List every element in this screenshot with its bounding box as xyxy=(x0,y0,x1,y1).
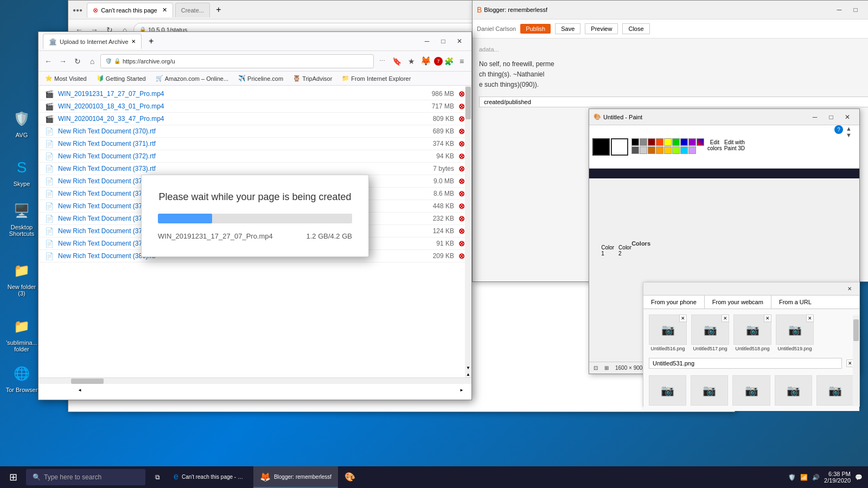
color-swatch-blue[interactable] xyxy=(680,138,688,146)
color-2-btn[interactable] xyxy=(611,138,628,156)
file-name[interactable]: New Rich Text Document (371).rtf xyxy=(58,140,417,147)
ff-bookmark-btn[interactable]: 🔖 xyxy=(390,55,403,68)
blogger-maximize[interactable]: □ xyxy=(848,3,863,17)
blogger-minimize[interactable]: ─ xyxy=(832,3,847,17)
thumb-close-517[interactable]: ✕ xyxy=(722,314,729,322)
ff-h-scroll-thumb[interactable] xyxy=(71,378,104,384)
bm-ie[interactable]: 📁 From Internet Explorer xyxy=(340,74,413,83)
delete-file-btn[interactable]: ⊗ xyxy=(458,164,465,173)
color-swatch-cyan[interactable] xyxy=(680,146,688,154)
blogger-close[interactable]: ✕ xyxy=(864,3,868,17)
ff-h-scroll-left[interactable]: ◄ xyxy=(76,387,83,393)
start-button[interactable]: ⊞ xyxy=(0,466,26,488)
tray-network-icon[interactable]: 📶 xyxy=(800,474,808,481)
ff-new-tab-btn[interactable]: + xyxy=(145,35,158,48)
tray-antivirus-icon[interactable]: 🛡️ xyxy=(788,474,796,481)
tab-from-url[interactable]: From a URL xyxy=(771,296,819,309)
bm-priceline[interactable]: ✈️ Priceline.com xyxy=(236,74,285,83)
status-dropdown[interactable]: created/published xyxy=(479,97,868,107)
delete-file-btn[interactable]: ⊗ xyxy=(458,114,465,123)
desktop-icon-new-folder-3[interactable]: 📁 New folder (3) xyxy=(3,258,41,299)
edge-tab-2[interactable]: Create... xyxy=(175,3,210,17)
preview-button[interactable]: Preview xyxy=(585,23,618,34)
file-name[interactable]: New Rich Text Document (373).rtf xyxy=(58,165,417,172)
tray-volume-icon[interactable]: 🔊 xyxy=(812,474,820,481)
bm-getting-started[interactable]: 🔰 Getting Started xyxy=(94,74,148,83)
bm-tripadvisor[interactable]: 🦉 TripAdvisor xyxy=(291,74,334,83)
delete-file-btn[interactable]: ⊗ xyxy=(458,227,465,235)
taskbar-edge-app[interactable]: e Can't reach this page - Microsoft Edge xyxy=(167,466,253,488)
new-tab-button[interactable]: + xyxy=(212,3,225,16)
edit-colors-btn[interactable]: Editcolors xyxy=(707,139,722,151)
desktop-icon-avg[interactable]: 🛡️ AVG xyxy=(3,106,41,140)
ff-minimize-btn[interactable]: ─ xyxy=(419,34,435,48)
ff-address-bar[interactable]: 🛡️ 🔒 https://archive.org/u xyxy=(100,54,374,68)
color-swatch-darkred[interactable] xyxy=(648,138,655,146)
edit-with-paint3d-btn[interactable]: Edit withPaint 3D xyxy=(724,139,745,151)
delete-file-btn[interactable]: ⊗ xyxy=(458,239,465,248)
color-swatch-gray[interactable] xyxy=(640,138,647,146)
ff-extension-icon[interactable]: 🧩 xyxy=(444,57,454,66)
file-name[interactable]: WIN_20191231_17_27_07_Pro.mp4 xyxy=(58,90,417,98)
ff-scroll-up-arrow[interactable]: ▲ xyxy=(465,371,471,377)
thumb-close-516[interactable]: ✕ xyxy=(679,314,687,322)
delete-file-btn[interactable]: ⊗ xyxy=(458,139,465,148)
bm-most-visited[interactable]: ⭐ Most Visited xyxy=(43,74,89,83)
scroll-thumb[interactable] xyxy=(853,319,859,341)
ff-tab-archive[interactable]: 🏛️ Upload to Internet Archive ✕ xyxy=(43,34,142,49)
taskbar-search[interactable]: 🔍 Type here to search xyxy=(26,469,145,485)
ff-shield-warn[interactable]: 🦊 xyxy=(420,56,431,66)
ff-star-btn[interactable]: ★ xyxy=(405,55,418,68)
color-swatch-brown[interactable] xyxy=(648,146,655,154)
desktop-icon-sublimina[interactable]: 📁 'sublimina... folder xyxy=(3,313,41,355)
ff-maximize-btn[interactable]: □ xyxy=(436,34,451,48)
color-swatch-lightorange[interactable] xyxy=(656,146,663,154)
publish-button[interactable]: Publish xyxy=(520,24,551,34)
close-ff-tab[interactable]: ✕ xyxy=(131,38,136,44)
delete-file-btn[interactable]: ⊗ xyxy=(458,252,465,260)
desktop-icon-tor[interactable]: 🌐 Tor Browser xyxy=(3,361,41,395)
tab-from-webcam[interactable]: From your webcam xyxy=(705,296,771,309)
taskbar-paint-app[interactable]: 🎨 xyxy=(338,466,362,488)
ff-more-btn[interactable]: ⋯ xyxy=(375,55,388,68)
paint-help-button[interactable]: ? xyxy=(834,125,843,134)
notification-center-btn[interactable]: 💬 xyxy=(855,474,863,481)
taskbar-clock[interactable]: 6:38 PM 2/19/2020 xyxy=(824,471,851,484)
color-swatch-black[interactable] xyxy=(631,138,639,146)
ff-h-scroll-right[interactable]: ► xyxy=(458,387,465,393)
thumb-close-518[interactable]: ✕ xyxy=(764,314,771,322)
color-1-btn[interactable] xyxy=(592,138,610,156)
ff-menu-btn[interactable]: ≡ xyxy=(455,55,468,68)
color-swatch-purple[interactable] xyxy=(688,138,696,146)
close-post-button[interactable]: Close xyxy=(622,23,649,34)
ff-scroll-down-arrow[interactable]: ▼ xyxy=(465,364,471,371)
save-button[interactable]: Save xyxy=(555,23,580,34)
color-swatch-lavender[interactable] xyxy=(688,146,696,154)
color-swatch-gradient[interactable] xyxy=(697,138,704,146)
file-name[interactable]: New Rich Text Document (372).rtf xyxy=(58,152,417,160)
close-tab-icon[interactable]: ✕ xyxy=(162,7,167,14)
delete-file-btn[interactable]: ⊗ xyxy=(458,127,465,136)
tab-from-phone[interactable]: From your phone xyxy=(643,296,705,309)
taskbar-firefox-app[interactable]: 🦊 Blogger: rememberlessf xyxy=(253,466,338,488)
delete-file-btn[interactable]: ⊗ xyxy=(458,177,465,185)
file-name[interactable]: WIN_20200104_20_33_47_Pro.mp4 xyxy=(58,115,417,123)
desktop-icon-shortcuts[interactable]: 🖥️ Desktop Shortcuts xyxy=(3,198,41,239)
color-swatch-lightgray[interactable] xyxy=(640,146,647,154)
paint-close[interactable]: ✕ xyxy=(840,110,855,124)
delete-file-btn[interactable]: ⊗ xyxy=(458,102,465,111)
color-swatch-yellow[interactable] xyxy=(664,138,672,146)
file-name[interactable]: WIN_20200103_18_43_01_Pro.mp4 xyxy=(58,102,417,110)
ff-forward-btn[interactable]: → xyxy=(56,55,69,68)
color-swatch-lime[interactable] xyxy=(672,146,680,154)
thumb-close-519[interactable]: ✕ xyxy=(806,314,814,322)
paint-maximize[interactable]: □ xyxy=(824,110,839,124)
desktop-icon-skype[interactable]: S Skype xyxy=(3,155,41,189)
bm-amazon[interactable]: 🛒 Amazon.com – Online... xyxy=(154,74,231,83)
ff-close-btn[interactable]: ✕ xyxy=(452,34,467,48)
edge-tab-1[interactable]: ⊗ Can't reach this page ✕ xyxy=(87,3,173,17)
untitled531-input[interactable] xyxy=(649,358,842,369)
file-name[interactable]: New Rich Text Document (370).rtf xyxy=(58,127,417,135)
delete-file-btn[interactable]: ⊗ xyxy=(458,152,465,160)
paint-minimize[interactable]: ─ xyxy=(807,110,822,124)
